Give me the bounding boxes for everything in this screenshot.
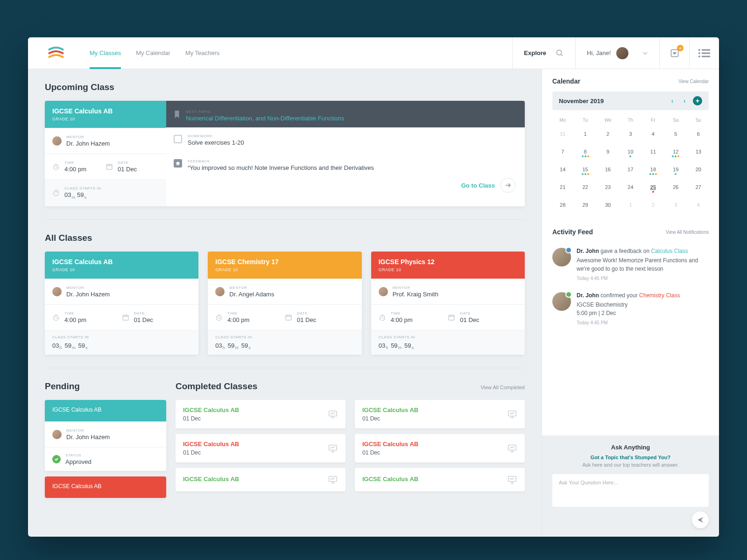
- calendar-day[interactable]: 19: [665, 163, 686, 179]
- checkbox[interactable]: [174, 135, 182, 143]
- mentor-avatar: [379, 287, 388, 296]
- pending-heading: Pending: [45, 381, 166, 392]
- calendar-day[interactable]: 30: [598, 198, 618, 214]
- calendar-month-bar: November 2019 ‹ › +: [552, 91, 709, 110]
- calendar-dow: Tu: [575, 115, 595, 126]
- menu-button[interactable]: [689, 37, 719, 69]
- calendar-day[interactable]: 17: [620, 163, 641, 179]
- calendar-day[interactable]: 12: [665, 145, 686, 161]
- calendar-day[interactable]: 6: [688, 127, 709, 143]
- class-card[interactable]: IGCSE Calculus ABGRADE 10 MENTORDr. John…: [45, 252, 198, 355]
- calendar-day[interactable]: 29: [575, 198, 595, 214]
- calendar-day[interactable]: 2: [598, 127, 618, 143]
- calendar-day[interactable]: 26: [665, 181, 686, 196]
- completed-card[interactable]: IGCSE Calculus AB01 Dec: [176, 434, 345, 462]
- calendar-day[interactable]: 3: [665, 198, 686, 214]
- goto-class-button[interactable]: [500, 178, 515, 193]
- completed-card[interactable]: IGCSE Calculus AB01 Dec: [355, 434, 525, 462]
- calendar-day[interactable]: 15: [575, 163, 595, 179]
- explore-link[interactable]: Explore: [524, 49, 546, 56]
- svg-point-3: [698, 49, 700, 51]
- calendar-prev[interactable]: ‹: [669, 97, 676, 105]
- activity-item[interactable]: Dr. John gave a feedback on Calculus Cla…: [542, 242, 719, 287]
- calendar-day[interactable]: 8: [575, 145, 595, 161]
- calendar-day[interactable]: 22: [575, 181, 595, 196]
- main-content: Upcoming Class IGCSE Calculus AB GRADE 1…: [28, 69, 542, 537]
- clock-icon: [52, 314, 60, 321]
- card-header: IGCSE Calculus AB GRADE 10: [45, 101, 166, 128]
- calendar-day[interactable]: 11: [643, 145, 663, 161]
- clock-icon: [215, 314, 223, 321]
- calendar-day[interactable]: 27: [688, 181, 709, 196]
- mentor-name: Dr. John Hazem: [66, 140, 110, 147]
- mentor-row: MENTORDr. John Hazem: [45, 128, 166, 154]
- class-card[interactable]: IGCSE Chemistry 17GRADE 10 MENTORDr. Ang…: [208, 252, 361, 355]
- user-menu[interactable]: Hi, Jane!: [575, 37, 659, 69]
- class-card[interactable]: IGCSE Physics 12GRADE 10 MENTORProf. Kra…: [371, 252, 525, 355]
- goto-class-link[interactable]: Go to Class: [461, 182, 495, 189]
- calendar-day[interactable]: 24: [620, 181, 641, 196]
- calendar-day[interactable]: 3: [620, 127, 641, 143]
- calendar-day[interactable]: 1: [575, 127, 595, 143]
- calendar-dow: We: [598, 115, 618, 126]
- calendar-day[interactable]: 4: [643, 127, 663, 143]
- calendar-dow: Sa: [665, 115, 686, 126]
- status-dot: [565, 291, 572, 298]
- calendar-day[interactable]: 18: [643, 163, 663, 179]
- calendar-day[interactable]: 9: [598, 145, 618, 161]
- calendar-add-button[interactable]: +: [693, 96, 702, 105]
- calendar-day[interactable]: 20: [688, 163, 709, 179]
- svg-rect-17: [449, 315, 454, 320]
- bookmark-icon: [174, 111, 180, 118]
- calendar-title: Calendar: [552, 77, 580, 85]
- pending-card[interactable]: IGCSE Calculus AB: [45, 476, 166, 498]
- calendar-day[interactable]: 7: [552, 145, 573, 161]
- ask-send-button[interactable]: [692, 511, 709, 528]
- class-title: IGCSE Chemistry 17: [215, 258, 354, 266]
- view-all-completed-link[interactable]: View All Completed: [480, 385, 525, 390]
- calendar-day[interactable]: 28: [552, 198, 573, 214]
- calendar-day[interactable]: 23: [598, 181, 618, 196]
- favorites-button[interactable]: 4: [659, 37, 689, 69]
- calendar-day[interactable]: 16: [598, 163, 618, 179]
- calendar-day[interactable]: 5: [665, 127, 686, 143]
- presentation-icon: [328, 475, 338, 485]
- svg-rect-13: [123, 315, 128, 320]
- completed-card[interactable]: IGCSE Calculus AB: [176, 468, 345, 491]
- check-icon: [52, 455, 61, 463]
- search-icon[interactable]: [556, 49, 564, 57]
- card-header: IGCSE Chemistry 17GRADE 10: [208, 252, 361, 279]
- calendar-day[interactable]: 31: [552, 127, 573, 143]
- calendar-day[interactable]: 2: [643, 198, 663, 214]
- status-dot: [565, 247, 572, 253]
- completed-card[interactable]: IGCSE Calculus AB: [355, 468, 525, 491]
- calendar-next[interactable]: ›: [681, 97, 688, 105]
- calendar-day[interactable]: 25: [643, 181, 663, 196]
- calendar-day[interactable]: 10: [620, 145, 641, 161]
- ask-input[interactable]: Ask Your Question Here...: [552, 474, 709, 507]
- presentation-icon: [507, 409, 517, 420]
- logo[interactable]: [28, 37, 84, 69]
- pending-card[interactable]: IGCSE Calculus ABMENTORDr. John HazemSTA…: [45, 400, 166, 471]
- activity-item[interactable]: Dr. John confirmed your Chemistry ClassI…: [542, 287, 719, 331]
- completed-card[interactable]: IGCSE Calculus AB01 Dec: [355, 400, 525, 428]
- view-notifications-link[interactable]: View All Notifications: [666, 230, 709, 235]
- nav-my-classes[interactable]: My Classes: [90, 37, 121, 69]
- svg-rect-15: [286, 315, 291, 320]
- nav-my-teachers[interactable]: My Teachers: [185, 37, 219, 69]
- nav-my-calendar[interactable]: My Calendar: [136, 37, 170, 69]
- svg-rect-6: [702, 52, 710, 54]
- calendar-day[interactable]: 21: [552, 181, 573, 196]
- upcoming-card: IGCSE Calculus AB GRADE 10 MENTORDr. Joh…: [45, 101, 525, 206]
- calendar-day[interactable]: 1: [620, 198, 641, 214]
- main-nav: My ClassesMy CalendarMy Teachers: [84, 37, 219, 69]
- completed-card[interactable]: IGCSE Calculus AB01 Dec: [176, 400, 345, 428]
- calendar-icon: [122, 314, 129, 321]
- svg-point-5: [698, 52, 700, 54]
- view-calendar-link[interactable]: View Calendar: [678, 79, 709, 84]
- list-icon: [698, 49, 711, 58]
- calendar-day[interactable]: 4: [688, 198, 709, 214]
- calendar-day[interactable]: 14: [552, 163, 573, 179]
- calendar-day[interactable]: 13: [688, 145, 709, 161]
- countdown-value: 03m59s: [64, 191, 101, 200]
